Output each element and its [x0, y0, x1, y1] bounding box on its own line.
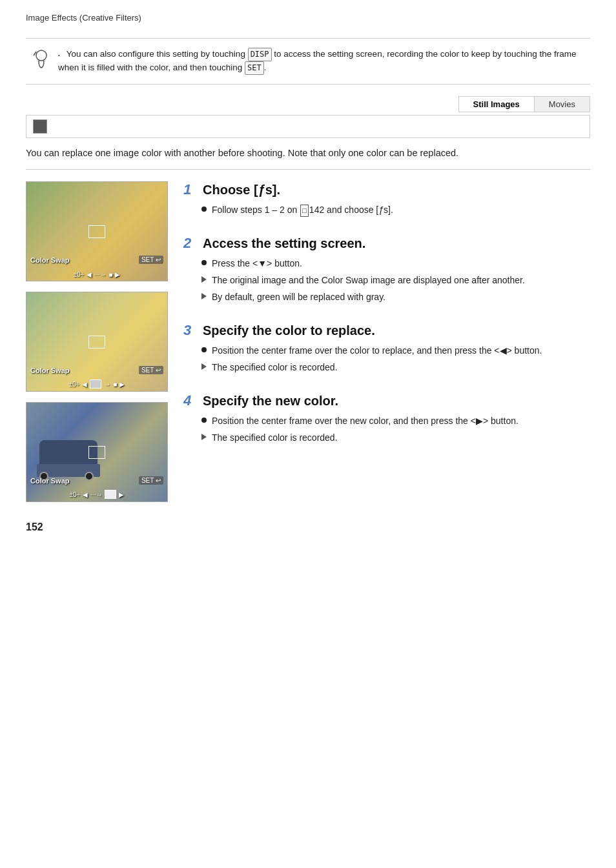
cam-ctrl-8: → [104, 381, 110, 388]
cam-ctrl-10: ▶ [119, 381, 125, 388]
bullet-circle-2 [201, 260, 207, 265]
cam-ctrl-2: ◀ [87, 271, 92, 278]
steps-column: 1 Choose [ƒs]. Follow steps 1 – 2 on □14… [183, 181, 590, 502]
cam-ctrl-3: ···→ [94, 271, 106, 278]
step-2-text-3: By default, green will be replaced with … [212, 290, 385, 304]
step-3-title: Specify the color to replace. [203, 323, 375, 338]
camera-screenshot-2: Color Swap SET ↩ ±0÷ ◀ → ■ ▶ [26, 292, 168, 392]
center-frame-3 [88, 446, 105, 459]
tab-bar: Still Images Movies [458, 96, 590, 112]
step-4-header: 4 Specify the new color. [183, 392, 590, 409]
cam-bottom-bar-2: ±0÷ ◀ → ■ ▶ [26, 379, 167, 389]
cam-ctrl-14: ▶ [119, 491, 124, 498]
cam-ctrl-9: ■ [113, 381, 117, 388]
step-2-body: Press the <▼> button. The original image… [183, 257, 590, 304]
bullet-tri-1 [201, 276, 207, 283]
main-content: Color Swap SET ↩ ±0÷ ◀ ···→ ■ ▶ Color Sw… [26, 181, 590, 502]
step-4-item-1: Position the center frame over the new c… [201, 414, 590, 428]
cam-ctrl-7: ◀ [82, 381, 87, 388]
cam-label-bar-1: Color Swap SET ↩ [26, 256, 167, 264]
bullet-circle-3 [201, 347, 207, 352]
step-1-title: Choose [ƒs]. [203, 183, 280, 197]
step-4: 4 Specify the new color. Position the ce… [183, 392, 590, 445]
step-3-item-2: The specified color is recorded. [201, 361, 590, 374]
step-3-item-1: Position the center frame over the color… [201, 344, 590, 358]
bullet-tri-4 [201, 434, 207, 440]
cam-swatch-2 [90, 379, 101, 389]
cam-set-btn-1: SET ↩ [139, 256, 163, 264]
bullet-tri-3 [201, 363, 207, 370]
tip-content: • You can also configure this setting by… [58, 48, 584, 75]
step-2-item-3: By default, green will be replaced with … [201, 290, 590, 304]
tab-still-images[interactable]: Still Images [459, 97, 535, 112]
cam-label-2: Color Swap [30, 367, 70, 374]
breadcrumb: Image Effects (Creative Filters) [26, 13, 590, 29]
set-key: SET [245, 61, 264, 75]
step-3-header: 3 Specify the color to replace. [183, 322, 590, 339]
cam-label-3: Color Swap [30, 477, 70, 485]
swatch-row [26, 115, 590, 138]
tab-movies[interactable]: Movies [535, 97, 590, 112]
cam-bottom-bar-1: ±0÷ ◀ ···→ ■ ▶ [26, 271, 167, 278]
color-swatch [33, 119, 47, 134]
step-4-body: Position the center frame over the new c… [183, 414, 590, 445]
cam-ctrl-5: ▶ [115, 271, 120, 278]
step-3-body: Position the center frame over the color… [183, 344, 590, 374]
step-4-text-2: The specified color is recorded. [212, 431, 338, 445]
tab-bar-wrap: Still Images Movies [26, 96, 590, 112]
cam-ctrl-4: ■ [108, 271, 112, 278]
cam-swatch-3 [105, 490, 116, 499]
tip-icon [32, 49, 50, 72]
step-1: 1 Choose [ƒs]. Follow steps 1 – 2 on □14… [183, 181, 590, 217]
cam-ctrl-13: ···→ [90, 491, 102, 498]
center-frame-1 [88, 225, 105, 238]
step-3-text-2: The specified color is recorded. [212, 361, 338, 374]
tip-box: • You can also configure this setting by… [26, 38, 590, 85]
cam-set-btn-3: SET ↩ [139, 476, 163, 485]
step-3-number: 3 [183, 322, 198, 339]
step-4-item-2: The specified color is recorded. [201, 431, 590, 445]
cam-set-btn-2: SET ↩ [139, 366, 163, 374]
tip-bullet: • [58, 52, 60, 58]
disp-key: DISP [248, 48, 272, 61]
step-2-text-1: Press the <▼> button. [212, 257, 302, 270]
step-1-text-1: Follow steps 1 – 2 on □142 and choose [ƒ… [212, 203, 393, 217]
tip-text: You can also configure this setting by t… [58, 49, 577, 72]
step-3-text-1: Position the center frame over the color… [212, 344, 542, 358]
cam-ctrl-6: ±0÷ [69, 381, 80, 388]
cam-bottom-bar-3: ±0÷ ◀ ···→ ▶ [26, 490, 167, 499]
bullet-tri-2 [201, 293, 207, 299]
step-4-text-1: Position the center frame over the new c… [212, 414, 518, 428]
step-2-title: Access the setting screen. [203, 236, 365, 251]
step-2-item-2: The original image and the Color Swap im… [201, 274, 590, 287]
cam-ctrl-12: ◀ [83, 491, 88, 498]
cam-label-bar-3: Color Swap SET ↩ [26, 476, 167, 485]
step-2-item-1: Press the <▼> button. [201, 257, 590, 270]
step-1-header: 1 Choose [ƒs]. [183, 181, 590, 198]
step-3: 3 Specify the color to replace. Position… [183, 322, 590, 374]
step-1-number: 1 [183, 181, 198, 198]
step-2-number: 2 [183, 235, 198, 252]
step-1-item-1: Follow steps 1 – 2 on □142 and choose [ƒ… [201, 203, 590, 217]
step-2-header: 2 Access the setting screen. [183, 235, 590, 252]
images-column: Color Swap SET ↩ ±0÷ ◀ ···→ ■ ▶ Color Sw… [26, 181, 168, 502]
cam-ctrl-1: ±0÷ [74, 271, 85, 278]
cam-label-1: Color Swap [30, 256, 70, 264]
cam-ctrl-11: ±0÷ [70, 491, 81, 498]
center-frame-2 [88, 336, 105, 348]
bullet-circle [201, 207, 207, 212]
bullet-circle-4 [201, 418, 207, 423]
step-4-number: 4 [183, 392, 198, 409]
camera-screenshot-3: Color Swap SET ↩ ±0÷ ◀ ···→ ▶ [26, 402, 168, 502]
svg-point-1 [36, 50, 46, 61]
camera-screenshot-1: Color Swap SET ↩ ±0÷ ◀ ···→ ■ ▶ [26, 181, 168, 281]
step-2-text-2: The original image and the Color Swap im… [212, 274, 525, 287]
step-2: 2 Access the setting screen. Press the <… [183, 235, 590, 304]
page-ref-icon: □ [300, 205, 309, 217]
page-number: 152 [26, 521, 590, 533]
cam-label-bar-2: Color Swap SET ↩ [26, 366, 167, 374]
step-4-title: Specify the new color. [203, 394, 338, 409]
step-1-body: Follow steps 1 – 2 on □142 and choose [ƒ… [183, 203, 590, 217]
intro-text: You can replace one image color with ano… [26, 146, 590, 170]
